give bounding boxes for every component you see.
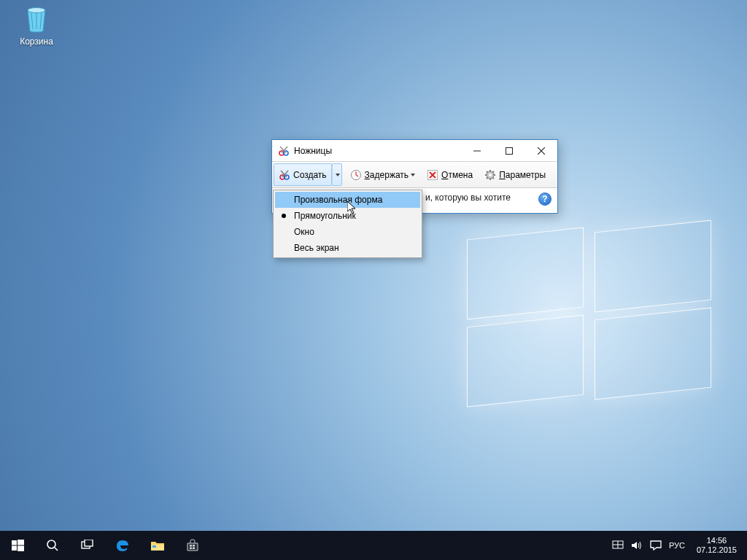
svg-rect-18	[152, 545, 156, 548]
app-icon	[278, 145, 290, 157]
cancel-icon	[427, 169, 438, 181]
svg-rect-19	[190, 545, 192, 547]
snip-mode-menu: Произвольная форма Прямоугольник Окно Ве…	[273, 190, 422, 258]
menu-item-fullscreen[interactable]: Весь экран	[275, 240, 420, 256]
options-button[interactable]: Параметры	[479, 163, 551, 186]
delay-button[interactable]: Задержать	[345, 163, 420, 186]
new-button[interactable]: Создать	[274, 163, 332, 186]
taskbar: РУС 14:56 07.12.2015	[0, 531, 747, 560]
svg-rect-13	[18, 545, 24, 551]
svg-point-14	[47, 540, 55, 548]
taskbar-app-edge[interactable]	[105, 531, 140, 560]
wallpaper-windows-logo	[467, 233, 715, 408]
desktop[interactable]: Корзина Ножницы Создать Задержать	[0, 0, 747, 560]
system-tray: РУС 14:56 07.12.2015	[606, 536, 747, 555]
svg-rect-22	[193, 548, 195, 550]
new-button-label: Создать	[293, 170, 327, 180]
menu-item-window[interactable]: Окно	[275, 224, 420, 240]
tray-lang[interactable]: РУС	[669, 541, 685, 550]
chevron-down-icon	[336, 174, 340, 176]
selected-dot-icon	[282, 214, 286, 218]
tray-flag-icon[interactable]	[612, 540, 624, 551]
svg-rect-16	[85, 540, 93, 546]
help-icon[interactable]: ?	[538, 192, 551, 206]
windows-logo-icon	[12, 540, 24, 552]
chevron-down-icon	[411, 174, 415, 176]
svg-rect-21	[190, 548, 192, 550]
new-button-dropdown[interactable]	[332, 163, 342, 186]
recycle-bin-icon	[23, 4, 50, 34]
clock-icon	[350, 169, 362, 181]
close-button[interactable]	[525, 140, 557, 162]
svg-rect-10	[12, 540, 17, 545]
svg-rect-12	[12, 545, 17, 551]
titlebar[interactable]: Ножницы	[272, 140, 557, 162]
desktop-icon-label: Корзина	[7, 36, 66, 47]
svg-point-9	[489, 174, 492, 176]
svg-rect-3	[506, 147, 513, 154]
taskbar-app-file-explorer[interactable]	[140, 531, 175, 560]
tray-volume-icon[interactable]	[631, 540, 643, 551]
tray-action-center-icon[interactable]	[650, 540, 662, 551]
minimize-button[interactable]	[461, 140, 493, 162]
start-button[interactable]	[0, 531, 35, 560]
svg-rect-11	[18, 540, 24, 545]
search-button[interactable]	[35, 531, 70, 560]
desktop-icon-recycle-bin[interactable]: Корзина	[7, 4, 66, 47]
maximize-button[interactable]	[493, 140, 525, 162]
toolbar: Создать Задержать Отмена Параметры	[272, 162, 557, 188]
menu-item-rectangle[interactable]: Прямоугольник	[275, 208, 420, 224]
svg-rect-20	[193, 545, 195, 547]
scissors-icon	[279, 169, 290, 181]
task-view-icon	[80, 540, 95, 551]
taskbar-app-store[interactable]	[175, 531, 210, 560]
store-icon	[186, 539, 199, 552]
svg-point-0	[28, 8, 45, 13]
task-view-button[interactable]	[70, 531, 105, 560]
edge-icon	[115, 538, 130, 553]
menu-item-freeform[interactable]: Произвольная форма	[275, 192, 420, 208]
search-icon	[46, 539, 59, 552]
folder-icon	[150, 540, 165, 551]
tray-clock[interactable]: 14:56 07.12.2015	[692, 536, 741, 555]
gear-icon	[484, 169, 496, 181]
window-title: Ножницы	[294, 146, 461, 156]
cancel-button[interactable]: Отмена	[422, 163, 478, 186]
